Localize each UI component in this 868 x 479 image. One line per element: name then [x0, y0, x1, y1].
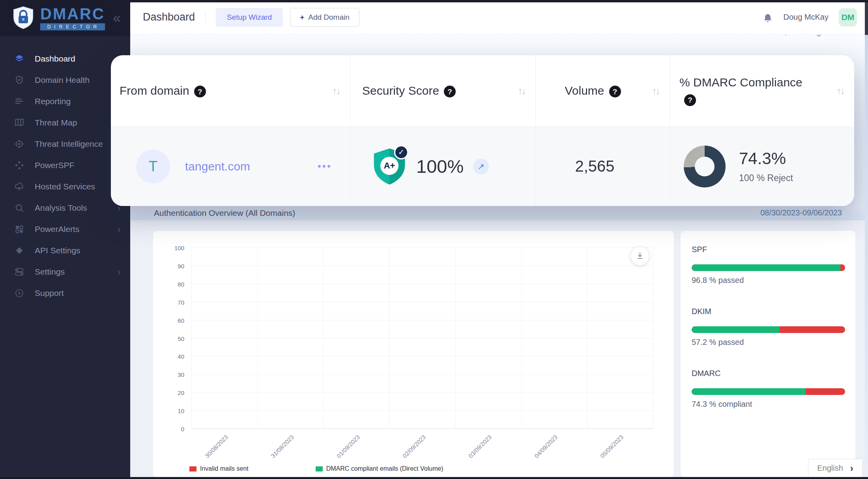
sidebar-item-label: Dashboard — [35, 54, 75, 64]
stat-label: DKIM — [692, 307, 845, 316]
add-domain-label: Add Domain — [308, 13, 350, 21]
chevron-right-icon: › — [850, 464, 853, 473]
logo-subtitle: DIRECTOR — [40, 23, 105, 30]
cell-dmarc-compliance: 74.3% 100 % Reject — [670, 127, 854, 206]
column-label: From domain? — [120, 82, 206, 99]
legend-label: DMARC compliant emails (Direct Volume) — [326, 465, 443, 472]
search-icon — [14, 203, 24, 213]
column-header-from-domain[interactable]: From domain? ↑↓ — [111, 55, 350, 126]
sidebar-collapse-icon[interactable]: « — [113, 11, 121, 25]
help-icon[interactable]: ? — [194, 86, 206, 97]
plus-icon: + — [300, 13, 304, 21]
table-header-row: From domain? ↑↓ Security Score? ↑↓ Volum… — [111, 55, 854, 126]
score-trend-icon[interactable]: ↗ — [473, 159, 489, 174]
compliance-percent: 74.3% — [739, 149, 793, 168]
y-axis-tick-label: 10 — [178, 408, 184, 414]
sidebar-item-support[interactable]: Support — [0, 283, 130, 304]
topbar-right: Doug McKay DM — [762, 8, 868, 26]
notifications-bell-icon[interactable] — [762, 11, 773, 23]
gridline-h — [191, 320, 653, 320]
gridline-h — [191, 356, 653, 356]
legend-swatch — [316, 466, 323, 472]
stat-progress-fill — [692, 326, 780, 333]
score-grade-badge: A+ — [380, 157, 398, 175]
gridline-h — [191, 266, 653, 266]
download-icon — [635, 251, 645, 261]
gridline-v — [587, 248, 587, 429]
x-axis-tick-label: 01/09/2023 — [335, 434, 361, 459]
stat-block-dkim: DKIM57.2 % passed — [692, 307, 845, 347]
stat-label: SPF — [692, 245, 845, 254]
legend-item: DMARC compliant emails (Direct Volume) — [316, 465, 443, 472]
column-header-security-score[interactable]: Security Score? ↑↓ — [350, 55, 536, 126]
domain-avatar: T — [136, 150, 170, 183]
compliance-donut-chart — [684, 146, 726, 187]
gridline-h — [191, 302, 653, 302]
sort-icon[interactable]: ↑↓ — [836, 85, 844, 97]
y-axis-tick-label: 50 — [178, 335, 184, 342]
gridline-v — [653, 248, 653, 429]
add-domain-button[interactable]: +Add Domain — [290, 8, 359, 27]
row-menu-icon[interactable]: ••• — [318, 160, 332, 172]
target-icon — [14, 139, 24, 149]
overview-title: Authentication Overview (All Domains) — [154, 208, 295, 218]
chart-download-button[interactable] — [630, 247, 649, 266]
check-badge-icon: ✓ — [394, 145, 408, 159]
sidebar-item-label: PowerSPF — [35, 161, 74, 170]
cloud-icon — [14, 181, 24, 192]
column-label: Security Score? — [362, 82, 456, 99]
sidebar-item-label: Threat Intelligence — [35, 139, 103, 149]
toggles-icon — [14, 267, 24, 277]
column-header-dmarc-compliance[interactable]: % DMARC Compliance? ↑↓ — [670, 55, 854, 126]
chart-legend: Invalid mails sentDMARC compliant emails… — [189, 465, 443, 472]
language-selector[interactable]: English › — [808, 459, 862, 477]
window-bottom-edge — [0, 477, 868, 479]
logo-title: DMARC — [40, 6, 105, 22]
sidebar-item-api-settings[interactable]: API Settings — [0, 240, 130, 261]
report-lines-icon — [14, 96, 24, 107]
cell-volume: 2,565 — [536, 127, 670, 206]
gridline-v — [455, 248, 456, 429]
gridline-h — [191, 428, 653, 429]
table-row[interactable]: T tangent.com ••• A+ ✓ 100% ↗ 2,565 74.3… — [111, 126, 854, 206]
stat-text: 96.8 % passed — [692, 276, 845, 285]
sidebar-item-label: Reporting — [35, 97, 71, 106]
gridline-h — [191, 338, 653, 339]
language-label: English — [817, 464, 843, 473]
gridline-h — [191, 247, 653, 248]
setup-wizard-button[interactable]: Setup Wizard — [216, 8, 283, 27]
user-name[interactable]: Doug McKay — [784, 13, 829, 22]
sidebar-item-label: Hosted Services — [35, 182, 95, 191]
logo-text: DMARC DIRECTOR — [40, 6, 105, 30]
compliance-text: 74.3% 100 % Reject — [739, 149, 793, 183]
sidebar-item-label: Analysis Tools — [35, 203, 87, 213]
help-icon[interactable]: ? — [684, 94, 696, 106]
gridline-v — [389, 248, 389, 429]
sidebar-item-poweralerts[interactable]: PowerAlerts› — [0, 219, 130, 240]
gridline-v — [521, 248, 522, 429]
x-axis-tick-label: 30/08/2023 — [203, 434, 229, 459]
logo-row: DMARC DIRECTOR « — [0, 0, 130, 36]
support-bolt-icon — [14, 288, 24, 298]
x-axis-tick-label: 04/09/2023 — [533, 434, 559, 459]
sidebar-item-label: API Settings — [35, 246, 80, 255]
column-header-volume[interactable]: Volume? ↑↓ — [536, 55, 670, 126]
sort-icon[interactable]: ↑↓ — [332, 85, 340, 97]
stat-progress-bar — [692, 388, 845, 395]
help-icon[interactable]: ? — [444, 86, 456, 97]
domain-link[interactable]: tangent.com — [185, 160, 250, 173]
y-axis-tick-label: 60 — [178, 317, 184, 324]
x-axis-tick-label: 31/08/2023 — [269, 434, 295, 459]
sidebar-item-settings[interactable]: Settings› — [0, 261, 130, 283]
sort-icon[interactable]: ↑↓ — [652, 85, 659, 97]
overview-date-range: 08/30/2023-09/06/2023 — [760, 208, 842, 217]
security-score-value: 100% — [416, 155, 464, 177]
page-title: Dashboard — [143, 11, 195, 23]
column-label: % DMARC Compliance? — [679, 74, 810, 108]
help-icon[interactable]: ? — [609, 86, 621, 97]
dmarc-shield-lock-icon — [12, 6, 35, 30]
user-avatar[interactable]: DM — [839, 8, 857, 26]
sidebar-item-label: Threat Map — [35, 118, 77, 127]
sidebar-item-label: Support — [35, 288, 64, 298]
sort-icon[interactable]: ↑↓ — [518, 85, 525, 97]
